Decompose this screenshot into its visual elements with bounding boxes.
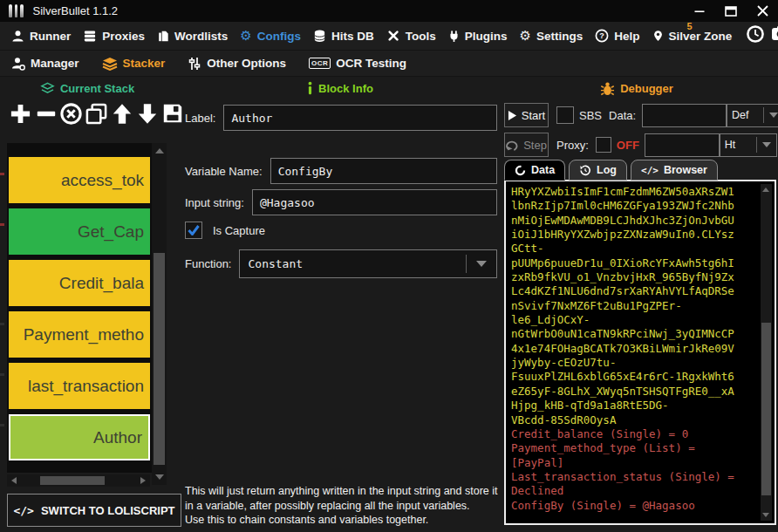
stack-item[interactable]: access_tok: [9, 157, 150, 203]
minus-icon: [35, 102, 58, 126]
sliders-icon: [188, 57, 201, 71]
scroll-up-arrow-icon[interactable]: [155, 148, 164, 153]
tab-browser[interactable]: </> Browser: [631, 160, 718, 181]
is-capture-caption: Is Capture: [213, 224, 265, 237]
tab-log[interactable]: Log: [569, 160, 627, 181]
camera-icon: [771, 24, 778, 44]
title-bar: SilverBullet 1.1.2: [0, 0, 778, 22]
floppy-icon: [161, 102, 184, 125]
menu-help[interactable]: ? Help: [595, 29, 639, 43]
start-button[interactable]: Start: [504, 103, 549, 127]
scroll-down-arrow-icon[interactable]: [762, 513, 769, 517]
menu-wordlists[interactable]: Wordlists: [157, 30, 228, 43]
minimize-icon: [694, 6, 705, 17]
minimize-button[interactable]: [684, 0, 715, 22]
label-caption: Label:: [185, 112, 215, 125]
stack-horizontal-scrollbar[interactable]: [7, 474, 150, 487]
scroll-left-arrow-icon[interactable]: [11, 477, 17, 484]
screenshot-button[interactable]: [771, 24, 778, 47]
stack-item[interactable]: Get_Cap: [9, 208, 150, 255]
refresh-circle-icon: [515, 165, 526, 176]
configs-gear-icon: ⚙: [240, 30, 251, 43]
block-info-header: Block Info: [179, 80, 502, 96]
screen-artifact: [0, 323, 4, 325]
label-row: Label:: [185, 105, 497, 131]
switch-to-loliscript-button[interactable]: </> SWITCH TO LOLISCRIPT: [7, 494, 181, 527]
save-config-button[interactable]: [160, 99, 184, 127]
move-up-button[interactable]: [110, 99, 133, 127]
menu-proxies[interactable]: Proxies: [83, 30, 145, 43]
clear-stack-button[interactable]: [59, 99, 83, 127]
wordlist-type-dropdown[interactable]: Def: [727, 104, 778, 127]
submenu-ocr-testing[interactable]: OCR OCR Testing: [309, 57, 406, 70]
scroll-down-arrow-icon[interactable]: [155, 474, 164, 480]
menu-tools[interactable]: Tools: [386, 29, 436, 43]
wordlist-type-value: Def: [727, 109, 763, 121]
maximize-button[interactable]: [715, 0, 747, 22]
stack-item[interactable]: Payment_metho: [9, 311, 150, 358]
code-icon: </>: [13, 504, 33, 517]
clone-block-button[interactable]: [85, 99, 108, 127]
configs-submenu: Manager Stacker Other Options OCR OCR Te…: [0, 51, 778, 77]
stack-vertical-scrollbar[interactable]: [152, 143, 167, 485]
stack-item-label: Author: [93, 428, 142, 447]
silverbullet-window: SilverBullet 1.1.2 Runner Proxies Wordli…: [0, 0, 778, 532]
stack-item[interactable]: Author: [9, 414, 150, 460]
stack-item-label: Payment_metho: [24, 325, 144, 344]
scrollbar-thumb[interactable]: [154, 253, 165, 465]
menu-plugins[interactable]: Plugins: [448, 30, 508, 43]
close-icon: [757, 5, 768, 17]
manager-icon: [11, 57, 25, 71]
sbs-checkbox[interactable]: [556, 106, 574, 124]
stack-item[interactable]: Credit_bala: [9, 260, 150, 306]
submenu-other-options[interactable]: Other Options: [188, 57, 286, 71]
plus-icon: [9, 102, 32, 126]
menu-runner[interactable]: Runner: [11, 30, 71, 43]
submenu-stacker[interactable]: Stacker: [102, 57, 166, 71]
function-selected-value: Constant: [240, 257, 466, 270]
arrow-down-icon: [136, 102, 159, 126]
proxy-caption: Proxy:: [556, 139, 589, 152]
stack-item[interactable]: last_transaction: [9, 363, 150, 409]
stack-layers-icon: [40, 82, 55, 95]
block-label-input[interactable]: [223, 105, 497, 131]
data-caption: Data:: [609, 109, 636, 122]
history-button[interactable]: [746, 24, 765, 47]
stack-list: access_tok Get_Cap Credit_bala Payment_m…: [7, 143, 152, 473]
scroll-up-arrow-icon[interactable]: [762, 188, 769, 192]
stack-item-label: Get_Cap: [78, 222, 144, 242]
scrollbar-thumb[interactable]: [40, 476, 105, 485]
close-button[interactable]: [747, 0, 778, 22]
copy-icon: [85, 102, 108, 126]
svg-text:?: ?: [600, 31, 605, 40]
menu-configs[interactable]: ⚙ Configs: [240, 30, 301, 43]
variable-name-input[interactable]: [270, 158, 497, 184]
debug-data-input[interactable]: [642, 104, 727, 127]
proxy-type-dropdown[interactable]: Ht: [720, 133, 777, 157]
proxy-checkbox[interactable]: [596, 137, 611, 153]
stack-item-label: Credit_bala: [59, 274, 144, 293]
step-button[interactable]: Step: [504, 133, 549, 157]
input-string-input[interactable]: [252, 189, 497, 215]
bug-icon: [600, 81, 615, 96]
debugger-output[interactable]: HRyYXZwbiIsImF1cmFzdmM6ZW50aXRsZW1 lbnRz…: [504, 180, 776, 525]
add-block-button[interactable]: [9, 99, 32, 127]
remove-block-button[interactable]: [34, 99, 58, 127]
function-dropdown[interactable]: Constant: [239, 249, 497, 278]
proxy-input[interactable]: [645, 133, 720, 157]
proxy-type-value: Ht: [720, 139, 756, 151]
scroll-right-arrow-icon[interactable]: [140, 477, 146, 484]
menu-settings[interactable]: ⚙ Settings: [520, 30, 584, 43]
menu-silver-zone[interactable]: Silver Zone 5: [652, 29, 733, 43]
move-down-button[interactable]: [135, 99, 159, 127]
main-menu: Runner Proxies Wordlists ⚙ Configs Hits …: [0, 22, 778, 51]
submenu-manager[interactable]: Manager: [11, 57, 79, 71]
history-icon: [746, 24, 765, 44]
scrollbar-thumb[interactable]: [761, 323, 771, 495]
output-scrollbar[interactable]: [761, 184, 772, 521]
tab-data[interactable]: Data: [504, 160, 565, 181]
is-capture-checkbox[interactable]: [185, 222, 202, 239]
debug-token-text: HRyYXZwbiIsImF1cmFzdmM6ZW50aXRsZW1 lbnRz…: [511, 185, 757, 427]
menu-hits-db[interactable]: Hits DB: [313, 30, 374, 43]
step-redo-icon: [506, 140, 519, 151]
